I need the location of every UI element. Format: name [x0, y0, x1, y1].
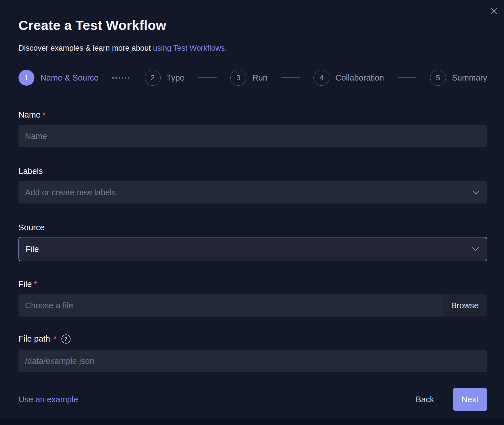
label-text: Source: [18, 223, 45, 232]
footer-buttons: Back Next: [404, 388, 487, 411]
file-field-label: File*: [18, 280, 487, 289]
close-icon[interactable]: [489, 6, 499, 16]
stepper-connector-dotted: [112, 77, 131, 79]
labels-input[interactable]: [18, 181, 487, 204]
wizard-stepper: 1 Name & Source 2 Type 3 Run 4 Collabora…: [18, 70, 487, 86]
step-number-badge: 5: [430, 70, 446, 86]
source-selected-value: File: [26, 245, 39, 254]
name-input[interactable]: [18, 125, 487, 147]
use-example-link[interactable]: Use an example: [18, 395, 78, 404]
subtitle-text: Discover examples & learn more about: [18, 44, 153, 52]
back-button[interactable]: Back: [404, 388, 446, 411]
step-number-badge: 4: [313, 70, 329, 86]
chevron-down-icon: [472, 247, 479, 251]
stepper-connector: [281, 77, 300, 78]
step-number-badge: 2: [145, 70, 161, 86]
dialog-footer: Use an example Back Next: [18, 388, 487, 411]
label-text: Labels: [18, 167, 43, 176]
required-asterisk: *: [34, 280, 37, 289]
labels-field-label: Labels: [18, 167, 487, 176]
stepper-connector: [198, 77, 217, 78]
label-text: File path: [18, 334, 50, 344]
step-label: Type: [167, 73, 185, 83]
name-field-label: Name*: [18, 110, 487, 120]
step-number-badge: 3: [230, 70, 246, 86]
step-number-badge: 1: [18, 70, 34, 86]
required-asterisk: *: [42, 110, 46, 120]
file-picker-row: Browse: [18, 294, 487, 317]
stepper-step-type[interactable]: 2 Type: [145, 70, 185, 86]
stepper-connector: [398, 77, 416, 78]
test-workflows-docs-link[interactable]: using Test Workflows.: [153, 44, 227, 52]
page-title: Create a Test Workflow: [18, 18, 487, 33]
file-input[interactable]: [18, 294, 443, 317]
required-asterisk: *: [53, 334, 57, 344]
subtitle: Discover examples & learn more about usi…: [18, 44, 487, 53]
next-button[interactable]: Next: [453, 388, 487, 411]
browse-button[interactable]: Browse: [443, 294, 487, 317]
stepper-step-collaboration[interactable]: 4 Collaboration: [313, 70, 384, 86]
step-label: Collaboration: [335, 73, 384, 83]
file-path-field-label: File path* ?: [18, 334, 487, 344]
help-icon[interactable]: ?: [61, 334, 71, 344]
page-background: { "dialog": { "title": "Create a Test Wo…: [0, 0, 504, 425]
label-text: Name: [18, 110, 40, 120]
file-path-input[interactable]: [18, 350, 487, 372]
create-test-workflow-dialog: Create a Test Workflow Discover examples…: [0, 0, 504, 418]
stepper-step-run[interactable]: 3 Run: [230, 70, 267, 86]
label-text: File: [18, 280, 32, 289]
stepper-step-summary[interactable]: 5 Summary: [430, 70, 487, 86]
labels-select[interactable]: [18, 181, 487, 204]
source-field-label: Source: [18, 223, 487, 232]
step-label: Summary: [452, 73, 487, 83]
stepper-step-name-source[interactable]: 1 Name & Source: [18, 70, 99, 86]
step-label: Run: [252, 73, 267, 83]
source-select[interactable]: File: [18, 237, 487, 261]
step-label: Name & Source: [40, 73, 99, 83]
